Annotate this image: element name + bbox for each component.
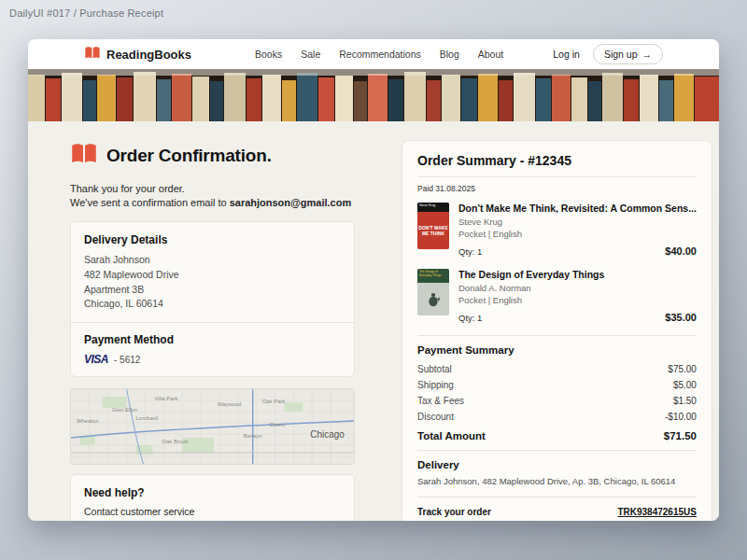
- item-author: Donald A. Norman: [458, 283, 697, 293]
- delivery-name: Sarah Johnson: [84, 253, 341, 268]
- site-header: ReadingBooks Books Sale Recommendations …: [28, 39, 719, 69]
- visa-logo: VISA: [84, 353, 108, 366]
- map-label-chicago: Chicago: [310, 429, 345, 440]
- delivery-details-title: Delivery Details: [84, 233, 341, 246]
- row-value: $75.00: [668, 364, 697, 374]
- item-author: Steve Krug: [458, 217, 697, 227]
- login-button[interactable]: Log in: [553, 49, 580, 60]
- brand-logo[interactable]: ReadingBooks: [84, 46, 191, 63]
- row-label: Shipping: [417, 380, 454, 390]
- map-label-wheaton: Wheaton: [77, 418, 99, 424]
- signup-button[interactable]: Sign up →: [593, 44, 663, 64]
- map-label-oak-park: Oak Park: [262, 399, 286, 404]
- map-label-glen-ellyn: Glen Ellyn: [112, 407, 137, 413]
- email-address: sarahjonson@gmail.com: [230, 197, 352, 208]
- item-format: Pocket | English: [458, 229, 697, 239]
- nav-item-sale[interactable]: Sale: [301, 49, 320, 60]
- email-note-prefix: We've sent a confirmation email to: [70, 197, 227, 208]
- delivery-address: Sarah Johnson, 482 Maplewood Drive, Ap. …: [417, 475, 697, 488]
- item-price: $35.00: [665, 312, 697, 323]
- total-row: Total Amount $71.50: [417, 430, 697, 441]
- row-value: $5.00: [673, 380, 697, 390]
- item-qty: Qty: 1: [458, 246, 482, 257]
- map-label-lombard: Lombard: [136, 415, 158, 421]
- divider: [417, 450, 697, 451]
- summary-row-tax: Tax & Fees $1.50: [417, 396, 697, 406]
- payment-method-title: Payment Method: [84, 333, 341, 346]
- delivery-section-title: Delivery: [417, 459, 697, 470]
- divider: [417, 176, 697, 177]
- item-price: $40.00: [665, 245, 697, 257]
- tracking-number-link[interactable]: TRK938472615US: [617, 507, 697, 517]
- help-contact-prefix: Contact: [84, 506, 120, 517]
- book-cover-design-everyday-things: The Design of Everyday Things: [417, 269, 449, 315]
- map-label-oak-brook: Oak Brook: [162, 439, 188, 444]
- nav-item-books[interactable]: Books: [255, 49, 282, 60]
- cover-title-text: DON'T MAKE ME THINK: [417, 212, 449, 249]
- item-format: Pocket | English: [458, 295, 697, 305]
- payment-summary-title: Payment Summary: [417, 344, 697, 356]
- order-summary-title: Order Summary - #12345: [417, 153, 697, 168]
- brand-name: ReadingBooks: [106, 48, 191, 62]
- item-title: Don't Make Me Think, Revisited: A Common…: [458, 203, 697, 214]
- map-label-maywood: Maywood: [218, 401, 241, 407]
- divider: [417, 335, 697, 336]
- order-item: Steve Krug DON'T MAKE ME THINK Don't Mak…: [417, 203, 697, 257]
- nav-item-recommendations[interactable]: Recommendations: [339, 49, 421, 60]
- item-title: The Design of Everyday Things: [458, 269, 697, 280]
- track-row: Track your order TRK938472615US: [417, 507, 697, 517]
- help-card: Need help? Contact customer service: [70, 474, 355, 521]
- delivery-apartment: Apartment 3B: [84, 283, 341, 298]
- site-mockup-window: ReadingBooks Books Sale Recommendations …: [28, 39, 719, 521]
- nav-item-about[interactable]: About: [478, 49, 503, 60]
- main-content: Order Confirmation. Thank you for your o…: [28, 121, 719, 521]
- paid-date: Paid 31.08.2025: [417, 184, 697, 193]
- email-note: We've sent a confirmation email to sarah…: [70, 197, 355, 208]
- item-qty: Qty: 1: [458, 313, 482, 323]
- row-label: Discount: [417, 412, 454, 422]
- book-confirmation-icon: [70, 142, 98, 169]
- book-cover-dont-make-me-think: Steve Krug DON'T MAKE ME THINK: [417, 203, 449, 249]
- card-last-digits: - 5612: [114, 355, 140, 365]
- book-logo-icon: [84, 46, 101, 63]
- row-value: $1.50: [673, 396, 697, 406]
- hero-bookshelf-image: [28, 69, 719, 121]
- cover-title-band: The Design of Everyday Things: [417, 269, 449, 283]
- page-title: Order Confirmation.: [106, 146, 272, 166]
- confirmation-column: Order Confirmation. Thank you for your o…: [70, 140, 355, 521]
- signup-label: Sign up: [604, 49, 638, 60]
- customer-service-link[interactable]: customer service: [120, 506, 194, 517]
- row-label: Tax & Fees: [417, 396, 464, 406]
- nav-item-blog[interactable]: Blog: [440, 49, 459, 60]
- map-label-villa-park: Villa Park: [154, 396, 177, 401]
- help-title: Need help?: [84, 486, 341, 499]
- delivery-details-card: Delivery Details Sarah Johnson 482 Maple…: [70, 221, 355, 377]
- order-item: The Design of Everyday Things The Design…: [417, 269, 697, 323]
- map-label-cicero: Cicero: [270, 422, 287, 427]
- thanks-text: Thank you for your order.: [70, 183, 355, 194]
- teapot-illustration: [417, 283, 449, 315]
- order-summary-card: Order Summary - #12345 Paid 31.08.2025 S…: [402, 140, 712, 521]
- arrow-right-icon: →: [642, 49, 653, 60]
- breadcrumb: DailyUI #017 / Purchase Receipt: [9, 7, 163, 19]
- total-label: Total Amount: [417, 430, 486, 441]
- cover-author-band: Steve Krug: [417, 203, 449, 212]
- map-label-berwyn: Berwyn: [244, 433, 262, 439]
- delivery-map[interactable]: Wheaton Glen Ellyn Villa Park Lombard Ma…: [70, 388, 355, 465]
- summary-row-subtotal: Subtotal $75.00: [417, 364, 697, 374]
- main-nav: Books Sale Recommendations Blog About: [255, 49, 503, 60]
- track-label: Track your order: [417, 507, 491, 517]
- help-line: Contact customer service: [84, 506, 341, 517]
- row-value: -$10.00: [665, 412, 697, 422]
- summary-row-discount: Discount -$10.00: [417, 412, 697, 422]
- delivery-street: 482 Maplewood Drive: [84, 268, 341, 283]
- divider: [417, 497, 697, 497]
- header-actions: Log in Sign up →: [553, 44, 663, 64]
- delivery-city: Chicago, IL 60614: [84, 297, 341, 312]
- total-value: $71.50: [664, 430, 697, 441]
- row-label: Subtotal: [417, 364, 452, 374]
- card-divider: [71, 322, 354, 323]
- summary-row-shipping: Shipping $5.00: [417, 380, 697, 390]
